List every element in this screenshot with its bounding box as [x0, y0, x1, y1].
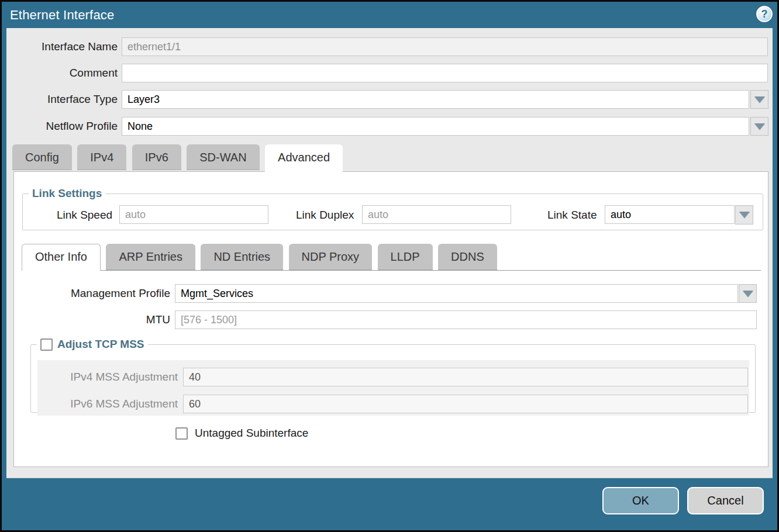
tab-other-info[interactable]: Other Info: [22, 244, 101, 271]
interface-type-dropdown-button[interactable]: [750, 90, 768, 109]
tab-arp-entries[interactable]: ARP Entries: [106, 244, 195, 270]
link-duplex-input[interactable]: [362, 205, 511, 224]
help-icon[interactable]: ?: [756, 6, 773, 22]
link-settings-legend: Link Settings: [29, 187, 105, 200]
tab-ndp-proxy[interactable]: NDP Proxy: [289, 244, 373, 270]
tab-nd-entries[interactable]: ND Entries: [201, 244, 283, 270]
mtu-label: MTU: [59, 310, 170, 329]
title-bar: Ethernet Interface ?: [2, 2, 777, 28]
link-speed-label: Link Speed: [57, 205, 112, 224]
comment-input[interactable]: [122, 64, 768, 82]
link-speed-input[interactable]: [119, 205, 268, 224]
ipv6-mss-label: IPv6 MSS Adjustment: [43, 395, 178, 413]
netflow-profile-label: Netflow Profile: [6, 117, 118, 136]
adjust-tcp-mss-legend: Adjust TCP MSS: [37, 338, 148, 351]
adjust-tcp-mss-fieldset: Adjust TCP MSS IPv4 MSS Adjustment IPv6 …: [30, 338, 756, 413]
ipv4-mss-label: IPv4 MSS Adjustment: [43, 368, 178, 386]
cancel-button[interactable]: Cancel: [687, 487, 764, 514]
adjust-tcp-mss-checkbox[interactable]: [40, 338, 53, 351]
ipv6-mss-input: [183, 395, 748, 413]
link-state-label: Link State: [547, 205, 597, 224]
mtu-input[interactable]: [175, 310, 757, 329]
management-profile-select[interactable]: [175, 284, 738, 303]
adjust-tcp-mss-legend-text: Adjust TCP MSS: [57, 338, 144, 351]
chevron-down-icon: [754, 96, 765, 103]
netflow-profile-select[interactable]: [122, 117, 749, 136]
dialog-body: Interface Name Comment Interface Type Ne…: [6, 28, 773, 478]
ipv4-mss-input: [183, 368, 748, 386]
main-tab-strip: Config IPv4 IPv6 SD-WAN Advanced: [12, 144, 346, 172]
sub-tab-strip: Other Info ARP Entries ND Entries NDP Pr…: [22, 244, 761, 271]
chevron-down-icon: [754, 123, 765, 130]
tab-ddns[interactable]: DDNS: [438, 244, 497, 270]
tab-config[interactable]: Config: [12, 144, 72, 170]
untagged-subinterface-label: Untagged Subinterface: [195, 427, 308, 440]
dialog-footer: OK Cancel: [2, 476, 777, 530]
tab-lldp[interactable]: LLDP: [378, 244, 433, 270]
dialog-title: Ethernet Interface: [10, 8, 114, 23]
interface-type-select[interactable]: [122, 90, 749, 109]
mss-disabled-box: IPv4 MSS Adjustment IPv6 MSS Adjustment: [37, 360, 749, 416]
tab-sdwan[interactable]: SD-WAN: [187, 144, 259, 170]
interface-name-input: [122, 37, 768, 56]
tab-ipv4[interactable]: IPv4: [77, 144, 126, 170]
ok-button[interactable]: OK: [602, 487, 679, 514]
untagged-subinterface-checkbox[interactable]: [175, 427, 188, 440]
chevron-down-icon: [739, 212, 750, 218]
netflow-profile-dropdown-button[interactable]: [750, 117, 768, 136]
interface-type-label: Interface Type: [6, 90, 118, 109]
chevron-down-icon: [743, 291, 753, 297]
untagged-subinterface-row: Untagged Subinterface: [175, 427, 308, 440]
management-profile-dropdown-button[interactable]: [739, 284, 757, 303]
advanced-tab-panel: Link Settings Link Speed Link Duplex Lin…: [13, 171, 768, 467]
link-state-select[interactable]: [605, 205, 735, 224]
management-profile-label: Management Profile: [59, 284, 170, 303]
link-duplex-label: Link Duplex: [296, 205, 354, 224]
tab-ipv6[interactable]: IPv6: [132, 144, 181, 170]
comment-label: Comment: [6, 64, 118, 82]
interface-name-label: Interface Name: [6, 37, 118, 56]
link-state-dropdown-button[interactable]: [735, 205, 753, 224]
tab-advanced[interactable]: Advanced: [265, 144, 343, 172]
ethernet-interface-dialog: Ethernet Interface ? Interface Name Comm…: [0, 0, 779, 532]
